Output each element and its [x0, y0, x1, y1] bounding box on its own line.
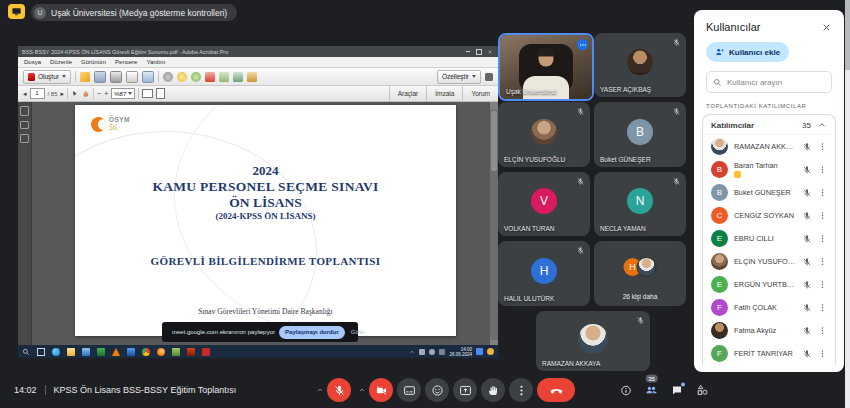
tray-app-blue-icon[interactable]	[476, 348, 483, 355]
mic-options-chevron-icon[interactable]	[316, 386, 324, 394]
maximize-icon[interactable]	[475, 48, 483, 55]
mic-off-icon[interactable]	[802, 211, 812, 221]
tab-yorum[interactable]: Yorum	[462, 86, 498, 101]
camera-options-chevron-icon[interactable]	[358, 386, 366, 394]
more-options-icon[interactable]	[818, 188, 827, 197]
raise-hand-button[interactable]	[481, 378, 505, 402]
bookmarks-icon[interactable]	[20, 121, 29, 129]
zoom-level-select[interactable]: %87	[111, 88, 135, 99]
meeting-info-button[interactable]	[620, 384, 632, 396]
menu-dosya[interactable]: Dosya	[24, 59, 41, 65]
add-user-button[interactable]: Kullanıcı ekle	[706, 42, 789, 62]
fit-width-icon[interactable]	[142, 89, 153, 98]
close-icon[interactable]	[486, 48, 494, 55]
zoom-out-icon[interactable]: −	[97, 90, 101, 97]
taskbar-search-icon[interactable]	[22, 348, 30, 356]
comment-icon[interactable]	[177, 72, 187, 82]
close-panel-icon[interactable]	[821, 22, 832, 33]
camera-toggle-button[interactable]	[369, 378, 393, 402]
export-pdf-icon[interactable]	[205, 72, 215, 82]
menu-duzenle[interactable]: Düzenle	[50, 59, 72, 65]
more-options-icon[interactable]	[818, 280, 827, 289]
hand-tool-icon[interactable]	[82, 90, 90, 98]
acrobat-icon[interactable]	[202, 348, 210, 356]
customize-button[interactable]: Özelleştir	[437, 70, 481, 84]
review-icon[interactable]	[191, 72, 201, 82]
app-icon-green[interactable]	[172, 348, 180, 356]
menu-pencere[interactable]: Pencere	[115, 59, 137, 65]
tab-imzala[interactable]: İmzala	[426, 86, 462, 101]
firefox-icon[interactable]	[157, 348, 165, 356]
video-tile[interactable]: RAMAZAN AKKAYA	[536, 311, 650, 371]
more-options-icon[interactable]	[818, 257, 827, 266]
video-tile[interactable]: N NECLA YAMAN	[594, 172, 686, 236]
video-tile[interactable]: YASER AÇIKBAŞ	[594, 33, 686, 97]
edit-icon[interactable]	[126, 71, 138, 83]
mic-off-icon[interactable]	[802, 280, 812, 290]
mic-off-icon[interactable]	[802, 234, 812, 244]
next-page-icon[interactable]: ▸	[61, 90, 65, 97]
video-tile-active[interactable]: Uşak Üniversitesi	[498, 33, 594, 101]
active-speaker-pill[interactable]: U Uşak Üniversitesi (Medya gösterme kont…	[31, 4, 237, 21]
stop-sharing-button[interactable]: Paylaşmayı durdur	[279, 326, 345, 339]
stamp-icon[interactable]	[247, 72, 257, 82]
activities-button[interactable]	[696, 384, 709, 397]
vlc-icon[interactable]	[112, 348, 120, 356]
page-thumbnails-icon[interactable]	[20, 106, 29, 116]
word-icon[interactable]	[127, 348, 135, 356]
open-file-icon[interactable]	[80, 72, 90, 82]
mic-toggle-button[interactable]	[327, 378, 351, 402]
menu-gorunum[interactable]: Görünüm	[81, 59, 106, 65]
scrollbar-thumb[interactable]	[845, 0, 850, 70]
search-user-input[interactable]: Kullanıcı arayın	[706, 71, 832, 93]
presenting-indicator-chip[interactable]	[8, 4, 25, 19]
zoom-in-icon[interactable]: +	[104, 90, 108, 97]
mic-off-icon[interactable]	[802, 326, 812, 336]
mail-icon[interactable]	[82, 348, 90, 356]
more-options-icon[interactable]	[818, 349, 827, 358]
print-icon[interactable]	[110, 71, 122, 83]
participants-group-header[interactable]: Katılımcılar 35	[703, 115, 835, 135]
browser-scrollbar[interactable]	[845, 0, 850, 408]
select-tool-icon[interactable]	[71, 90, 79, 98]
attachments-icon[interactable]	[20, 134, 29, 143]
mic-off-icon[interactable]	[802, 188, 812, 198]
excel-icon[interactable]	[97, 348, 105, 356]
sheet-icon[interactable]	[219, 72, 229, 82]
taskbar-clock[interactable]: 14:00 26.06.2024	[449, 347, 472, 357]
create-pdf-button[interactable]: Oluştur	[23, 70, 71, 84]
app-icon-office[interactable]	[187, 348, 195, 356]
video-tile[interactable]: B Buket GÜNEŞER	[594, 102, 686, 167]
tray-app-orange-icon[interactable]	[487, 348, 494, 355]
more-options-button[interactable]	[509, 378, 533, 402]
mic-off-icon[interactable]	[802, 303, 812, 313]
mic-off-icon[interactable]	[802, 142, 812, 152]
tab-araclar[interactable]: Araçlar	[389, 86, 427, 101]
tray-icon[interactable]	[439, 349, 445, 355]
window-mode-icon[interactable]	[485, 73, 493, 81]
page-number-input[interactable]: 1	[30, 88, 45, 99]
menu-yardim[interactable]: Yardım	[146, 59, 165, 65]
present-button[interactable]	[453, 378, 477, 402]
more-options-icon[interactable]	[818, 142, 827, 151]
video-tile[interactable]: H HALİL ULUTÜRK	[498, 241, 590, 306]
file-explorer-icon[interactable]	[67, 348, 75, 356]
save-icon[interactable]	[94, 71, 106, 83]
captions-button[interactable]	[397, 378, 421, 402]
edge-icon[interactable]	[52, 348, 60, 356]
tray-icon[interactable]	[429, 349, 435, 355]
mic-off-icon[interactable]	[802, 349, 812, 359]
more-options-icon[interactable]	[818, 326, 827, 335]
task-view-icon[interactable]	[37, 348, 45, 356]
minimize-icon[interactable]	[464, 48, 472, 55]
hide-button[interactable]: Gizle	[351, 329, 365, 335]
reactions-button[interactable]	[425, 378, 449, 402]
more-options-icon[interactable]	[818, 234, 827, 243]
mic-off-icon[interactable]	[802, 257, 812, 267]
overflow-tile[interactable]: H 26 kişi daha	[594, 241, 686, 306]
attach-icon[interactable]	[233, 72, 243, 82]
scrollbar-thumb[interactable]	[491, 111, 497, 171]
tray-expand-icon[interactable]	[409, 349, 415, 355]
chat-panel-button[interactable]	[671, 384, 683, 396]
mic-off-icon[interactable]	[802, 165, 812, 175]
